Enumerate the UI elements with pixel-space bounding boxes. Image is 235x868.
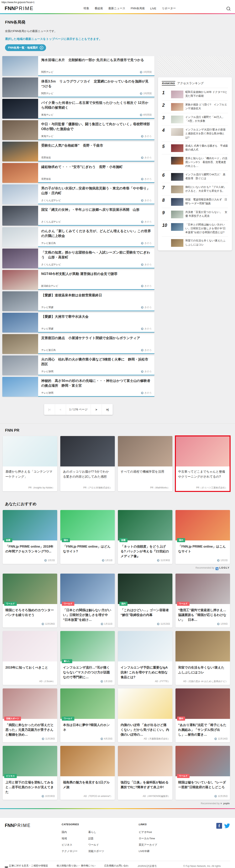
recommend-card-image: ワールド	[60, 688, 115, 719]
pr-card[interactable]: あのポッコリお腹が!? 5分でわかる驚きの内容と試してみた感想 PR（アロエ本舗…	[60, 436, 115, 491]
nav-item[interactable]: 最新ニュース	[108, 6, 125, 10]
links-heading: LINKS	[139, 823, 197, 826]
recommend-card[interactable]: 福島県の魅力を発見する1日グルメ旅 AD（TEPCO on antenna*）	[60, 746, 115, 800]
recommend-card[interactable]: ワールド “徴用工”裁判で資産差し押さえ…協議要請も「韓国が応じるわけない」 日…	[175, 574, 230, 627]
footer-link[interactable]: ローカルTime	[139, 837, 197, 840]
nav-item[interactable]: 番組発	[95, 6, 103, 10]
footer-link[interactable]: 震災アーカイブ	[139, 843, 197, 847]
recommend-card[interactable]: ワールド 本当は日本に夢中?韓国人のホンネ 4月23日	[60, 688, 115, 742]
news-item[interactable]: 縁起物求めて・・・“安市”にぎわう 長野・小布施町 長野放送 きのう	[2, 163, 155, 183]
footer-categories: CATEGORIES 国内地域ビジネステクノロジー 暮らし話題ワールド芸能スポー…	[62, 823, 139, 856]
news-title: 【愛媛】道後温泉本館は全館営業最終日	[41, 293, 152, 298]
ranking-item[interactable]: 6 インフル流行“1週間で44万人” 患者急増 防ぐには	[162, 170, 228, 183]
footer-category-link[interactable]: 暮らし	[89, 830, 104, 834]
recommend-card[interactable]: 国内 「FNN.jp PRIME online」はどんなサイト? 1月1日	[60, 510, 115, 564]
footer-link[interactable]: LIVE中継	[139, 849, 197, 853]
footer-category-link[interactable]: 国内	[62, 830, 78, 834]
recommend-card-image: 話題	[118, 510, 172, 540]
pr-card[interactable]: 中古車ってどこまでちゃんと整備やクリーニングがされてるの? PR（ダイハツ工業株…	[175, 436, 230, 491]
footer-category-link[interactable]: 芸能スポーツ	[89, 849, 104, 853]
footer-category-link[interactable]: ワールド	[89, 843, 104, 847]
news-item[interactable]: 【愛媛】道後温泉本館は全館営業最終日 テレビ愛媛 きのう	[2, 291, 155, 311]
ranking-item[interactable]: 3 インフル流行 1週間で「44万人」 「A型」が大多数	[162, 113, 228, 125]
nav-item[interactable]: リポーター	[162, 6, 176, 10]
privacy-link[interactable]: 個人情報の取り扱い・著作権について	[57, 864, 97, 868]
ranking-item[interactable]: 意外と知らない「機内モード」の活用シーン5つ 着信拒否、充電速度の向上も…	[162, 154, 228, 170]
news-item[interactable]: NGT48今村支配人が異動 運営側は初の会見で謝罪 新潟総合テレビ きのう	[2, 270, 155, 290]
news-item[interactable]: 体長3.5ｍ リュウグウノツカイ 定置網にかかっているのを漁師が見つける 関西テ…	[2, 78, 155, 97]
region-note-link[interactable]: 選択した地域の最新ニュースをトップページに表示することもできます。	[5, 37, 233, 41]
ranking-item[interactable]: 7 御社にいないのかも?『プロ人材』が入ると、大企業でも変化する。	[162, 183, 228, 195]
news-item[interactable]: 「文殊の知恵」授かり志望校合格へ・入試シーズン前に受験生でにぎわう 山形・高畠町…	[2, 249, 155, 269]
recommend-card[interactable]: ビジネス 上司と部下の立場を逆転してみると…若手社員のホンネが見えてきた 10月…	[3, 746, 57, 800]
recommend-card-title: 「FNN.jp PRIME online」はどんなサイト?	[60, 540, 115, 554]
ad-contact-link[interactable]: 広告掲載のお問い合わせ	[104, 864, 130, 868]
site-logo[interactable]: FNNPRIME	[5, 5, 34, 11]
first-page-button[interactable]: |<	[44, 404, 55, 415]
pr-card-title: 中古車ってどこまでちゃんと整備やクリーニングがされてるの?	[175, 466, 230, 479]
news-item[interactable]: 災害復旧の拠点 小屋浦サテライト閉鎖で全国からボランティア テレビ新広島 きのう	[2, 334, 155, 354]
recommend-card[interactable]: 暮らし インフルエンザ流行…“耳が痛くならない”マスクのつけ方が話題なので専門家…	[60, 631, 115, 685]
recommend-card[interactable]: 2019年に知っておくべきこと AD（J.Score）	[3, 631, 57, 685]
popin-logo[interactable]: popIn	[223, 802, 230, 805]
ranking-item[interactable]: 1 昭和天皇崩御から30年 ドクターXと見た陛下の最期	[162, 88, 228, 100]
ranking-item[interactable]: 5 新成人 式典で暴れる騒ぎも 平成最後の成人式	[162, 142, 228, 154]
logly-logo[interactable]: LOGLY	[219, 566, 230, 569]
region-select-button[interactable]: FNN各局一覧・地域選択	[5, 44, 46, 51]
recommend-card[interactable]: 国内 “あおり運転”法廷で「椅子にもたれ腕組み」「サンダル投げ出し」…被告の驚き…	[175, 688, 230, 742]
footer-category-link[interactable]: テクノロジー	[62, 849, 78, 853]
ranking-item-title: インフル流行“1週間で44万人” 患者急増 防ぐには	[185, 173, 228, 181]
search-icon[interactable]	[227, 7, 230, 10]
facebook-icon[interactable]: f	[216, 823, 222, 829]
nav-item[interactable]: LIVE	[150, 7, 156, 10]
logo-prime: PRIME	[14, 823, 31, 828]
news-item[interactable]: 火の用心 枯れ草の火が農作業小屋など3棟焼く火事に 静岡・浜松市西区 テレビ静岡…	[2, 355, 155, 375]
ranking-item[interactable]: 4 インフルエンザ大流行!驚きの新薬と感染拡大を防ぐ身近な飲み物とは?	[162, 125, 228, 142]
recommend-card[interactable]: 内側のいぼ痔 「血が出るけど痛くない」だから気づきにくい。内側のいぼ痔の… AD…	[118, 688, 172, 742]
recommend-card[interactable]: 国内 「FNN.jp PRIME online」はこんなサイト 1月2日	[175, 510, 230, 564]
news-item[interactable]: 国宝「縄文の女神」・半年ぶりに故郷へ戻り常設展示再開 山形 さくらんぼテレビ き…	[2, 206, 155, 226]
recommend-card[interactable]: ワールド 「日本との関係は触らない方がいい」日韓対立が激しさを増す中“日本放置”…	[60, 574, 115, 627]
recommend-card[interactable]: 話題 「FNN.jp PRIME online」2018年の年間アクセスランキン…	[3, 510, 57, 564]
footer-category-link[interactable]: 地域	[62, 837, 78, 840]
recommend-card[interactable]: 強烈な「口臭」を歯科医が勧める裏技で0に?簡単すぎて炎上中! AD（ANYSEN…	[118, 746, 172, 800]
footer-category-link[interactable]: ビジネス	[62, 843, 78, 847]
news-item[interactable]: 中日・与田監督「優勝狙い、闘う集団として向かっていく」母校野球部OBが開いた激励…	[2, 120, 155, 140]
recommend-card-meta: 12月29日	[42, 622, 55, 626]
nav-item[interactable]: FNN各局発	[131, 6, 145, 10]
recommend-card[interactable]: 話題 「ネットの信頼度」をどう上げる? パックンが考える『21世紀のメディア像』…	[118, 510, 172, 564]
news-item[interactable]: 神秘的 高さ50ｍの杉の木の先端に・・・神社はかつて富士山の修験者の拠点場所 静…	[2, 377, 155, 397]
footer-social: f	[216, 823, 230, 829]
browser-url[interactable]: https://www.fnn.jp/posts?local=1	[0, 0, 235, 4]
nav-item[interactable]: 特集	[83, 6, 89, 10]
news-item[interactable]: 男の子が冷たい水浴び…安産や無病息災願う・東北の奇祭「やや祭り」 山形・庄内町 …	[2, 184, 155, 204]
news-item[interactable]: 【愛媛】大洲市で寒中水泳大会 テレビ愛媛 きのう	[2, 313, 155, 333]
recommend-card[interactable]: 和室での生活も辛くない!衰えたふしぶしにはコレ AD（北国の恵み on おためし…	[175, 631, 230, 685]
news-item[interactable]: 受験生に人気!“合格鉛筆” 長野・千曲市 長野放送 きのう	[2, 142, 155, 161]
footer-logo[interactable]: FNNPRIME	[5, 823, 62, 828]
feedback-link[interactable]: 記事に対する意見・ご感想や情報提供	[5, 864, 49, 868]
news-body: 神秘的 高さ50ｍの杉の木の先端に・・・神社はかつて富士山の修験者の拠点場所 静…	[38, 377, 155, 397]
pr-card[interactable]: すべての過程で機械学習を活用 PR（MathWorks）	[118, 436, 172, 491]
ranking-item[interactable]: 10 「日本との関係は触らない方がいい」日韓対立が激しさを増す中“日本放置”を続…	[162, 220, 228, 237]
twitter-icon[interactable]	[224, 823, 230, 829]
ranking-item[interactable]: 和室での生活も辛くない!衰えたふしぶしにはコレ	[162, 237, 228, 249]
pr-card[interactable]: 基礎から押さえる「コンテンツマーケティング」 PR（Insights by Ad…	[3, 436, 57, 491]
footer-category-link[interactable]: 話題	[89, 837, 104, 840]
recommend-card[interactable]: インフルエンザ予防に重要なIgA抗体! これを増やすために有効な食品とは? AD…	[118, 631, 172, 685]
clock-icon	[217, 559, 220, 562]
ranking-item[interactable]: 2 家族が感染 どう防ぐ? インフルエンザ感染拡大	[162, 100, 228, 113]
ranking-item[interactable]: 8 韓国 電波情報交換受け入れず 日韓“レーダー照射”協議	[162, 195, 228, 208]
last-page-button[interactable]: >|	[102, 404, 113, 415]
news-item[interactable]: バイク乗った何者かに…名古屋で女性狙ったひったくり相次ぐ 12月から同様の被害続…	[2, 99, 155, 119]
recommend-card[interactable]: 国内 「これはひどい…」ゴーン容疑者“解任”取締役会の内幕 11月23日	[118, 574, 172, 627]
news-item[interactable]: 海水浴場に木片 北朝鮮船の一部か 先月末にも京丹後市で見つかる 関西テレビ 1時…	[2, 56, 155, 76]
news-item[interactable]: のんさん「新しくみてくださる方が、どんどん増えるといい」この世界の片隅に上映会 …	[2, 227, 155, 247]
recommend-card[interactable]: 芸能スポーツ 「病院に来なかったのが答えだと思った」元貴乃花親方が景子さんと離婚…	[3, 688, 57, 742]
footer-link[interactable]: ビデオPost	[139, 830, 197, 834]
recommend-card[interactable]: ワールド 韓国は嘘をついている!。“レーダー照射”日韓政府の落としどころ 12月…	[175, 746, 230, 800]
prev-page-button[interactable]: <	[55, 404, 66, 415]
next-page-button[interactable]: >	[91, 404, 102, 415]
ranking-item[interactable]: 9 共演者「言葉が見つからない」 女優 市原悦子さん死去	[162, 208, 228, 220]
recommend-card[interactable]: ワールド 韓国にそろそろ強めのカウンターパンチを繰り出そう 12月29日	[3, 574, 57, 627]
